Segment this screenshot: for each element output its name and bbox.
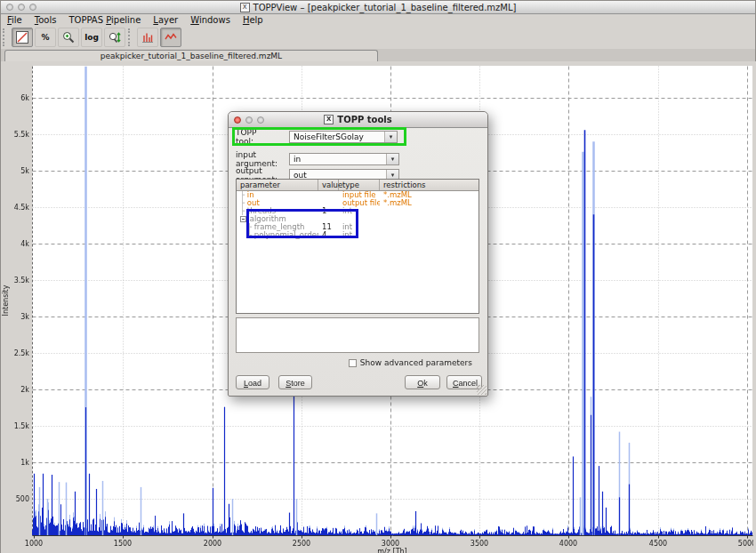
toppview-window: X TOPPView – [peakpicker_tutorial_1_base… [0,0,756,553]
parameter-type: int [339,231,380,239]
menu-item-layer[interactable]: Layer [147,15,184,25]
parameter-table-body: ├ ininput file*.mzML├ outoutput file*.mz… [237,191,479,239]
window-title: X TOPPView – [peakpicker_tutorial_1_base… [1,3,755,12]
load-button[interactable]: Load [236,375,269,389]
parameter-restrictions: *.mzML [380,191,479,199]
parameter-restrictions [380,223,479,231]
menu-item-windows[interactable]: Windows [184,15,237,25]
parameter-restrictions [380,215,479,223]
percentage-intensity-button[interactable]: % [35,28,56,47]
reset-view-button[interactable] [12,28,33,47]
ok-button[interactable]: Ok [405,375,440,389]
parameter-name: in [245,191,253,199]
diagonal-line-icon [15,30,29,44]
parameter-value[interactable]: 1 [318,207,339,215]
parameter-row-in[interactable]: ├ ininput file*.mzML [237,191,479,199]
parameter-name: frame_length [252,223,304,231]
parameter-row-frame_length[interactable]: ├ frame_length11int [237,223,479,231]
topp-tools-dialog: X TOPP tools TOPP tool: NoiseFilterSGola… [228,111,488,397]
parameter-row-threads[interactable]: ├ threads1int [237,207,479,215]
parameter-restrictions [380,231,479,239]
toolbar-separator [128,28,133,46]
line-plot-icon [164,30,178,44]
parameter-restrictions [380,207,479,215]
tab-spectrum-file[interactable]: peakpicker_tutorial_1_baseline_filtered.… [4,50,378,61]
parameter-name: algorithm [247,215,286,223]
parameter-row-polynomial_order[interactable]: └ polynomial_order4int [237,231,479,239]
parameter-value[interactable] [318,191,339,199]
show-advanced-row: Show advanced parameters [349,358,472,367]
parameter-name: polynomial_order [252,231,318,239]
store-button[interactable]: Store [278,375,312,389]
resize-grip[interactable] [477,385,487,395]
menu-item-file[interactable]: File [1,15,28,25]
input-argument-select[interactable]: in ▾ [289,153,399,165]
parameter-row-algorithm[interactable]: algorithm [237,215,479,223]
menu-item-help[interactable]: Help [237,15,269,25]
parameter-value[interactable]: 11 [318,223,339,231]
parameter-restrictions: *.mzML [380,199,479,207]
toolbar-drag-handle[interactable] [3,28,8,46]
app-icon: X [240,3,250,12]
measure-mode-button[interactable] [104,28,125,47]
parameter-table[interactable]: parameter value type restrictions ├ inin… [236,179,479,314]
parameter-type: output file [339,199,380,207]
magnifier-arrows-icon [108,30,122,44]
draw-raw-mode-button[interactable] [160,28,181,47]
collapse-expander-icon[interactable] [240,216,246,222]
parameter-value[interactable] [318,199,339,207]
tab-bar: peakpicker_tutorial_1_baseline_filtered.… [1,49,755,62]
stick-plot-icon [141,30,155,44]
show-advanced-label: Show advanced parameters [360,358,472,367]
chevron-down-icon: ▾ [384,132,397,142]
parameter-value[interactable] [318,215,339,223]
parameter-table-header: parameter value type restrictions [237,180,479,191]
parameter-type: input file [339,191,380,199]
log-icon: log [84,33,99,42]
topp-tool-select[interactable]: NoiseFilterSGolay ▾ [289,131,398,143]
parameter-value[interactable]: 4 [318,231,339,239]
menu-bar: FileToolsTOPPAS PipelineLayerWindowsHelp [1,13,755,26]
parameter-type [339,215,380,223]
zoom-mode-button[interactable] [58,28,79,47]
log-intensity-button[interactable]: log [81,28,102,47]
chevron-down-icon: ▾ [386,154,398,164]
toolbar: % log [1,26,755,49]
parameter-type: int [339,207,380,215]
parameter-description-box [236,317,479,353]
parameter-name: threads [245,207,276,215]
dialog-titlebar: X TOPP tools [229,112,487,128]
parameter-row-out[interactable]: ├ outoutput file*.mzML [237,199,479,207]
dialog-title: X TOPP tools [229,115,487,124]
menu-item-tools[interactable]: Tools [28,15,63,25]
parameter-name: out [245,199,260,207]
show-advanced-checkbox[interactable] [349,359,357,367]
percent-icon: % [41,33,49,42]
menu-item-toppas-pipeline[interactable]: TOPPAS Pipeline [62,15,147,25]
magnifier-icon [61,30,76,44]
parameter-type: int [339,223,380,231]
dialog-icon: X [324,115,334,124]
window-titlebar: X TOPPView – [peakpicker_tutorial_1_base… [1,1,755,14]
draw-peaks-mode-button[interactable] [137,28,158,47]
input-argument-label: input argument: [236,150,277,168]
topp-tool-label: TOPP tool: [236,128,256,146]
